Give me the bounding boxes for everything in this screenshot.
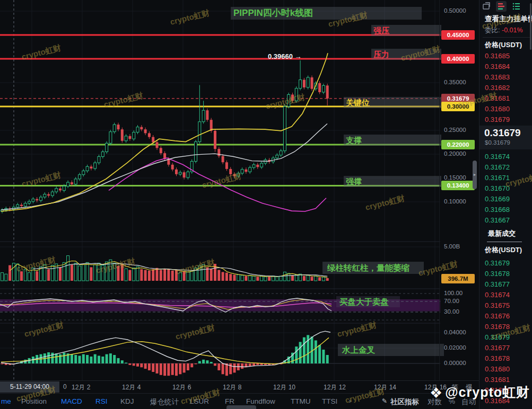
time-tick: 12月 8 bbox=[223, 383, 241, 392]
price-badge-0.22000: 0.22000 bbox=[441, 140, 475, 149]
trade-row[interactable]: 0.31679 bbox=[485, 332, 510, 343]
time-tick: 12月 14 bbox=[374, 383, 396, 392]
toolbar-item-RSI[interactable]: RSI bbox=[95, 397, 108, 405]
panel-collapse-handle[interactable] bbox=[226, 405, 256, 409]
toolbar-item-TTSI[interactable]: TTSI bbox=[322, 397, 337, 405]
trade-row[interactable]: 0.31674 bbox=[485, 290, 510, 300]
four-diamonds-logo-icon: ❖ bbox=[430, 385, 443, 401]
ask-row[interactable]: 0.31684 bbox=[485, 61, 510, 72]
axis-label: 100.00 bbox=[444, 290, 463, 296]
level-label-resistance: 压力 bbox=[371, 49, 441, 60]
orderbook-sidebar: 查看主力挂单情 委比: -0.01% 价格(USDT) 0.316850.316… bbox=[479, 0, 532, 409]
toolbar-item-FR[interactable]: FR bbox=[225, 397, 234, 405]
price-tick: 0.15000 bbox=[444, 174, 466, 181]
bid-row[interactable]: 0.31672 bbox=[485, 162, 510, 173]
time-tick: 12月 6 bbox=[172, 383, 191, 392]
last-price-usd: $0.31679 bbox=[485, 139, 510, 146]
price-badge-0.30000: 0.30000 bbox=[441, 102, 475, 111]
trade-row[interactable]: 0.31678 bbox=[485, 269, 510, 279]
crosshair-time-tooltip: 5-11-29 04:00 bbox=[0, 381, 59, 393]
last-price: 0.31679 bbox=[484, 127, 521, 139]
ask-row[interactable]: 0.31681 bbox=[485, 93, 510, 104]
trade-row[interactable]: 0.31676 bbox=[485, 311, 510, 322]
level-label-strong-support: 强撑 bbox=[344, 176, 441, 187]
time-tick: 12月 4 bbox=[122, 383, 141, 392]
bid-row[interactable]: 0.31674 bbox=[485, 152, 510, 162]
list-icon[interactable] bbox=[511, 1, 521, 12]
trade-row[interactable]: 0.31679 bbox=[485, 258, 510, 269]
time-axis[interactable]: 5-11-29 04:00 012月 212月 412月 612月 812月 1… bbox=[0, 380, 479, 394]
sidebar-scrollbar-thumb[interactable] bbox=[530, 3, 531, 50]
bid-row[interactable]: 0.31671 bbox=[485, 173, 510, 183]
orderbook-icon[interactable] bbox=[496, 1, 507, 12]
toolbar-item-MACD[interactable]: MACD bbox=[61, 397, 82, 405]
toolbar-more-chevron[interactable]: › bbox=[349, 397, 351, 405]
toolbar-item-Fundflow[interactable]: Fundflow bbox=[246, 397, 275, 405]
divider bbox=[487, 242, 522, 242]
trades-price-header: 价格(USDT) bbox=[485, 245, 522, 255]
orderbook-price-header: 价格(USDT) bbox=[485, 40, 522, 50]
ask-row[interactable]: 0.31683 bbox=[485, 72, 510, 83]
time-tick-partial: 0 bbox=[63, 383, 67, 390]
popout-icon[interactable] bbox=[481, 1, 492, 12]
price-tick: 0.50000 bbox=[444, 7, 466, 14]
time-tick: 12月 10 bbox=[273, 383, 295, 392]
toolbar-item-TTMU[interactable]: TTMU bbox=[291, 397, 311, 405]
ask-row[interactable]: 0.31685 bbox=[485, 51, 510, 61]
trade-row[interactable]: 0.31677 bbox=[485, 343, 510, 353]
volume-current-badge: 396.7M bbox=[441, 274, 475, 283]
axis-label: 30.00 bbox=[444, 308, 459, 315]
trade-row[interactable]: 0.31675 bbox=[485, 300, 510, 311]
level-label-key: 关键位 bbox=[344, 97, 441, 108]
ask-row[interactable]: 0.31680 bbox=[485, 104, 510, 114]
rsi-annotation: 买盘大于卖盘 bbox=[336, 296, 400, 307]
trade-row[interactable]: 0.31677 bbox=[485, 279, 510, 290]
toolbar-right-社区指标[interactable]: 社区指标 bbox=[390, 397, 419, 407]
axis-label: 0.04000 bbox=[444, 329, 466, 335]
axis-label: 0.00000 bbox=[444, 360, 466, 366]
price-badge-0.45000: 0.45000 bbox=[441, 30, 475, 40]
price-tick: 0.10000 bbox=[444, 198, 466, 204]
price-tick: 0.25000 bbox=[444, 127, 466, 133]
price-badge-0.13400: 0.13400 bbox=[441, 181, 475, 190]
toolbar-item-Position[interactable]: Position bbox=[21, 397, 47, 405]
view-main-orders-link[interactable]: 查看主力挂单情 bbox=[485, 14, 532, 24]
chart-title: PIPPIN四小时k线图 bbox=[231, 7, 422, 20]
toolbar-item-me[interactable]: me bbox=[1, 397, 11, 405]
trade-row[interactable]: 0.31680 bbox=[485, 364, 510, 375]
macd-annotation: 水上金叉 bbox=[338, 344, 444, 356]
toolbar-item-KDJ[interactable]: KDJ bbox=[120, 397, 134, 405]
ratio-label: 委比: bbox=[485, 26, 500, 34]
commission-ratio: 委比: -0.01% bbox=[485, 26, 523, 35]
ask-row[interactable]: 0.31679 bbox=[485, 114, 510, 125]
price-badge-0.40000: 0.40000 bbox=[441, 54, 475, 64]
toolbar-item-爆仓统计[interactable]: 爆仓统计 bbox=[150, 397, 179, 407]
latest-trades-header: 最新成交 bbox=[488, 229, 516, 238]
trade-row[interactable]: 0.31678 bbox=[485, 322, 510, 332]
trade-row[interactable]: 0.31678 bbox=[485, 353, 510, 364]
bid-row[interactable]: 0.31669 bbox=[485, 194, 510, 204]
bid-row[interactable]: 0.31667 bbox=[485, 215, 510, 226]
ask-row[interactable]: 0.31682 bbox=[485, 83, 510, 93]
bid-row[interactable]: 0.31670 bbox=[485, 183, 510, 194]
scale-scrollbar-thumb[interactable]: ▸ bbox=[473, 161, 477, 189]
time-tick: 12月 12 bbox=[324, 383, 346, 392]
toolbar-item-LSUR[interactable]: LSUR bbox=[190, 397, 209, 405]
axis-label: 5.00B bbox=[444, 243, 460, 250]
edit-icon[interactable]: ✎ bbox=[382, 397, 387, 405]
last-price-block[interactable]: 0.31679 $0.31679 bbox=[479, 126, 532, 149]
axis-label: 0.02000 bbox=[444, 344, 466, 351]
level-label-strong-resistance: 强压 bbox=[371, 25, 441, 36]
axis-label: 70.00 bbox=[444, 298, 459, 304]
trading-app: PIPPIN四小时k线图 强压 压力 关键位 支撑 强撑 绿柱转红柱，量能萎缩 … bbox=[0, 0, 532, 409]
ratio-value: -0.01% bbox=[502, 26, 523, 34]
high-price-pointer: 0.39660 → bbox=[268, 52, 302, 60]
channel-watermark: ❖@crypto虹财 bbox=[430, 384, 530, 402]
price-tick: 0.35000 bbox=[444, 79, 466, 85]
bid-row[interactable]: 0.31668 bbox=[485, 204, 510, 215]
channel-handle: @crypto虹财 bbox=[445, 385, 530, 399]
price-scale[interactable]: 0.500000.350000.250000.200000.150000.100… bbox=[439, 0, 477, 380]
level-label-support: 支撑 bbox=[344, 135, 441, 146]
time-tick: 12月 2 bbox=[72, 383, 90, 392]
volume-annotation: 绿柱转红柱，量能萎缩 bbox=[322, 262, 424, 274]
